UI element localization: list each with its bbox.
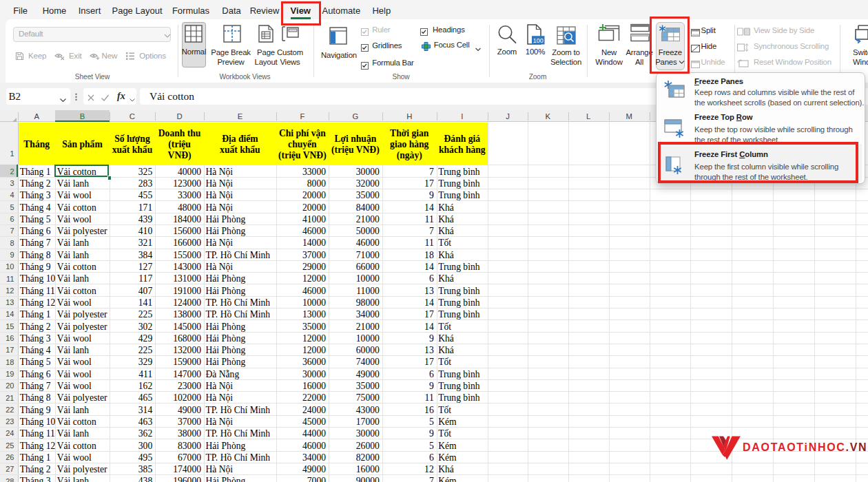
svg-text:100: 100 xyxy=(533,37,544,44)
